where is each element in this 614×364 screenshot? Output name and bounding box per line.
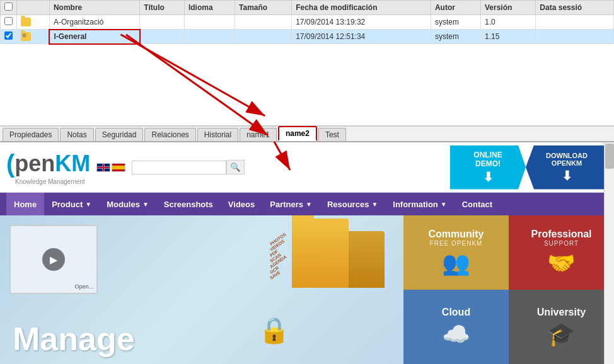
logo-bracket-left: ( (6, 150, 14, 178)
community-title: Community (429, 229, 484, 240)
folder-main (292, 219, 349, 288)
nav-home[interactable]: Home (6, 193, 44, 215)
cloud-title: Cloud (442, 307, 470, 318)
download-label-line2: OPENKM (552, 159, 582, 167)
play-button-icon[interactable]: ▶ (42, 248, 65, 271)
row-titulo (140, 15, 185, 30)
table-row[interactable]: A-Organització 17/09/2014 13:19:32 syste… (1, 15, 614, 30)
video-thumbnail[interactable]: ▶ Open... (9, 225, 98, 294)
nav-screenshots[interactable]: Screenshots (156, 193, 221, 215)
resources-caret-icon: ▼ (371, 201, 378, 208)
row-checkbox[interactable] (4, 17, 13, 25)
row-fecha: 17/09/2014 13:19:32 (292, 15, 431, 30)
folder-tab (292, 215, 314, 220)
row-titulo-selected (140, 30, 185, 44)
col-titulo: Título (140, 1, 185, 15)
folder-special-icon (21, 32, 31, 41)
scroll-thumb[interactable] (605, 144, 614, 169)
row-version-selected: 1.15 (480, 30, 535, 44)
flag-uk[interactable] (96, 163, 110, 172)
tab-propiedades[interactable]: Propiedades (3, 128, 59, 141)
information-caret-icon: ▼ (441, 201, 447, 208)
col-tamano: Tamaño (235, 1, 292, 15)
folders-illustration: PHOTOS VIDEOS PDF SCAN AGENDA OCR SAVE (269, 219, 385, 288)
product-caret-icon: ▼ (85, 201, 91, 208)
col-autor: Autor (431, 1, 480, 15)
select-all-checkbox[interactable] (4, 3, 13, 11)
download-button[interactable]: DOWNLOAD OPENKM ⬇ (526, 145, 608, 190)
nav-product[interactable]: Product▼ (44, 193, 99, 215)
header-right: ONLINE DEMO! ⬇ DOWNLOAD OPENKM ⬇ (450, 145, 608, 190)
logo-text: penKM (14, 151, 90, 177)
logo-main: ( penKM (6, 150, 90, 178)
flag-es[interactable] (112, 163, 125, 172)
table-row-selected[interactable]: I-General 17/09/2014 12:51:34 system 1.1… (1, 30, 614, 44)
row-data-selected (536, 30, 614, 44)
professional-icon: 🤝 (547, 250, 576, 276)
col-fecha: Fecha de modificación (292, 1, 431, 15)
row-autor-selected: system (431, 30, 480, 44)
folder-icon (21, 18, 31, 26)
university-title: University (537, 307, 586, 318)
col-nombre: Nombre (49, 1, 139, 15)
nav-partners[interactable]: Partners▼ (262, 193, 320, 215)
university-icon: 🎓 (547, 321, 576, 348)
col-checkbox (1, 1, 17, 15)
header-flags (96, 163, 125, 172)
tab-historial[interactable]: Historial (197, 128, 238, 141)
flag-uk-red-h (97, 167, 110, 168)
row-data (536, 15, 614, 30)
panel-community[interactable]: Community FREE OPENKM 👥 (403, 215, 509, 290)
okm-nav: Home Product▼ Modules▼ Screenshots Video… (0, 193, 614, 215)
tab-notas[interactable]: Notas (60, 128, 93, 141)
nav-modules[interactable]: Modules▼ (99, 193, 156, 215)
row-name: A-Organització (49, 15, 139, 30)
website-section: ( penKM Knowledge Management 🔍 ONLINE (0, 142, 614, 364)
search-input[interactable] (132, 161, 226, 174)
svg-line-1 (120, 35, 265, 116)
tab-name2[interactable]: name2 (278, 126, 317, 141)
okm-content: ▶ Open... PHOTOS VIDEOS PDF SCAN AGENDA … (0, 215, 614, 364)
tab-test[interactable]: Test (318, 128, 346, 141)
col-version: Versión (480, 1, 535, 15)
nav-information[interactable]: Information▼ (385, 193, 454, 215)
demo-label-line2: DEMO! (475, 159, 501, 168)
panel-professional[interactable]: Professional SUPPORT 🤝 (509, 215, 614, 290)
row-tamano-selected (235, 30, 292, 44)
row-idioma-selected (184, 30, 235, 44)
panel-university[interactable]: University 🎓 (509, 290, 614, 364)
video-label: Open... (74, 283, 93, 290)
community-icon: 👥 (442, 250, 470, 276)
online-demo-button[interactable]: ONLINE DEMO! ⬇ (450, 145, 526, 190)
col-data: Data sessió (536, 1, 614, 15)
okm-header: ( penKM Knowledge Management 🔍 ONLINE (0, 142, 614, 193)
lock-icon: 🔒 (258, 316, 290, 345)
content-left: ▶ Open... PHOTOS VIDEOS PDF SCAN AGENDA … (0, 215, 403, 364)
modules-caret-icon: ▼ (142, 201, 149, 208)
community-subtitle: FREE OPENKM (430, 240, 483, 247)
professional-subtitle: SUPPORT (544, 240, 579, 247)
nav-resources[interactable]: Resources▼ (320, 193, 385, 215)
row-name-selected: I-General (49, 30, 139, 44)
download-arrow-icon: ⬇ (562, 168, 572, 183)
tab-bar: Propiedades Notas Seguridad Relaciones H… (0, 126, 614, 142)
nav-contact[interactable]: Contact (455, 193, 500, 215)
manage-text: Manage (13, 320, 135, 358)
demo-label-line1: ONLINE (473, 151, 502, 159)
tab-name1[interactable]: name1 (240, 128, 277, 141)
row-tamano (235, 15, 292, 30)
nav-videos[interactable]: Videos (221, 193, 262, 215)
vertical-scrollbar[interactable] (604, 142, 614, 364)
logo-open: pen (14, 151, 55, 176)
download-label-line1: DOWNLOAD (546, 152, 588, 159)
row-fecha-selected: 17/09/2014 12:51:34 (292, 30, 431, 44)
panel-cloud[interactable]: Cloud ☁️ (403, 290, 509, 364)
tab-relaciones[interactable]: Relaciones (144, 128, 195, 141)
row-checkbox-selected[interactable] (4, 31, 13, 40)
logo-tagline: Knowledge Management (15, 178, 90, 185)
logo-area: ( penKM Knowledge Management (6, 150, 90, 185)
search-button[interactable]: 🔍 (226, 160, 245, 174)
tab-seguridad[interactable]: Seguridad (95, 128, 144, 141)
logo-km: KM (55, 151, 90, 176)
cloud-icon: ☁️ (442, 321, 470, 348)
